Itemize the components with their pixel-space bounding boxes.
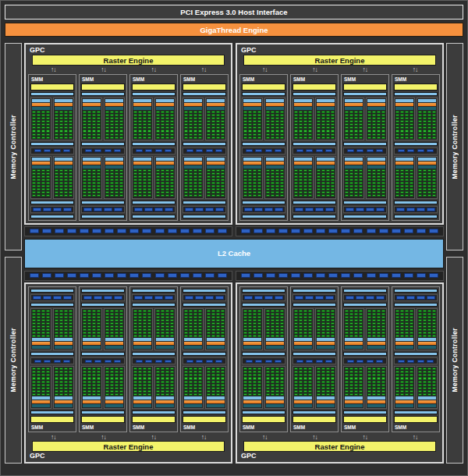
cuda-core bbox=[133, 387, 137, 389]
cuda-core bbox=[423, 368, 427, 370]
cuda-core bbox=[143, 137, 147, 139]
cuda-core bbox=[83, 384, 87, 386]
cuda-core bbox=[110, 126, 114, 129]
dispatch-unit-bar bbox=[317, 107, 335, 110]
cuda-core bbox=[87, 387, 91, 389]
cuda-core bbox=[189, 188, 193, 190]
cuda-core bbox=[147, 120, 151, 123]
cuda-core bbox=[243, 176, 247, 178]
cuda-core bbox=[418, 384, 422, 386]
cuda-core bbox=[165, 310, 169, 312]
cuda-core bbox=[147, 182, 151, 184]
processing-block bbox=[343, 156, 364, 199]
cuda-core bbox=[266, 387, 270, 389]
up-down-arrows-icon: ↑↓ bbox=[289, 433, 339, 441]
smm-label: SMM bbox=[132, 424, 176, 430]
cuda-core bbox=[87, 133, 91, 136]
cuda-core bbox=[405, 123, 409, 126]
cuda-core bbox=[331, 335, 335, 337]
cuda-core bbox=[115, 387, 119, 389]
cuda-core bbox=[331, 368, 335, 370]
cuda-core bbox=[266, 393, 270, 396]
cuda-core bbox=[367, 179, 371, 181]
instruction-buffer-bar bbox=[55, 158, 73, 161]
cuda-core bbox=[46, 368, 50, 370]
cuda-core bbox=[359, 322, 363, 325]
cuda-core bbox=[432, 384, 436, 386]
cuda-core bbox=[115, 319, 119, 321]
cuda-core bbox=[221, 322, 225, 325]
smm-unit: SMM bbox=[341, 74, 389, 221]
core-grid bbox=[294, 169, 312, 197]
load-store-unit bbox=[34, 149, 41, 152]
cuda-core bbox=[299, 185, 303, 187]
cuda-core bbox=[372, 172, 376, 175]
cuda-core bbox=[423, 176, 427, 178]
cuda-core bbox=[248, 169, 252, 172]
cuda-core bbox=[198, 310, 202, 312]
processing-block bbox=[366, 156, 387, 199]
processing-block bbox=[292, 366, 314, 409]
cuda-core bbox=[143, 377, 147, 379]
cuda-core bbox=[257, 325, 261, 328]
cuda-core bbox=[32, 329, 36, 331]
cuda-core bbox=[331, 188, 335, 190]
load-store-unit-row bbox=[292, 357, 336, 364]
cuda-core bbox=[275, 390, 279, 393]
cuda-core bbox=[377, 387, 381, 389]
cuda-core bbox=[381, 387, 385, 389]
cuda-core bbox=[271, 377, 275, 379]
cuda-core bbox=[143, 319, 147, 321]
cuda-core bbox=[165, 179, 169, 181]
cuda-core bbox=[69, 381, 73, 383]
cuda-core bbox=[294, 194, 298, 197]
cuda-core bbox=[211, 332, 215, 334]
cuda-core bbox=[432, 172, 436, 175]
cuda-core bbox=[303, 188, 307, 190]
cuda-core bbox=[69, 133, 73, 136]
cuda-core bbox=[92, 133, 96, 136]
cuda-core bbox=[418, 377, 422, 379]
cuda-core bbox=[216, 310, 220, 312]
cuda-core bbox=[321, 310, 325, 312]
cuda-core bbox=[405, 322, 409, 325]
polymorph-engine-bar bbox=[183, 83, 226, 91]
cuda-core bbox=[253, 126, 257, 129]
cuda-core bbox=[105, 325, 109, 328]
cuda-core bbox=[59, 387, 63, 389]
cuda-core bbox=[161, 114, 165, 116]
cuda-core bbox=[83, 329, 87, 331]
cuda-core bbox=[354, 123, 358, 126]
cuda-core bbox=[165, 172, 169, 175]
cuda-core bbox=[377, 179, 381, 181]
cuda-core bbox=[377, 137, 381, 139]
cuda-core bbox=[400, 169, 404, 172]
processing-block-pair bbox=[81, 366, 125, 409]
cuda-core bbox=[119, 335, 123, 337]
cuda-core bbox=[423, 316, 427, 318]
cuda-core bbox=[294, 393, 298, 396]
cuda-core bbox=[156, 310, 160, 312]
texture-unit bbox=[315, 208, 324, 211]
cuda-core bbox=[55, 111, 58, 113]
cuda-core bbox=[37, 194, 41, 197]
cuda-core bbox=[418, 169, 422, 172]
cache-bar bbox=[292, 303, 336, 307]
cuda-core bbox=[32, 114, 36, 116]
dispatch-unit-bar bbox=[133, 165, 151, 169]
cuda-core bbox=[110, 179, 114, 181]
warp-scheduler-bar bbox=[83, 103, 101, 106]
cuda-core bbox=[147, 123, 151, 126]
cuda-core bbox=[115, 111, 119, 113]
cuda-core bbox=[321, 335, 325, 337]
cuda-core bbox=[359, 390, 363, 393]
cuda-core bbox=[69, 371, 73, 373]
instruction-buffer-bar bbox=[317, 99, 335, 102]
smm-label: SMM bbox=[343, 424, 387, 430]
crossbar-segment bbox=[316, 273, 325, 278]
cuda-core bbox=[69, 384, 73, 386]
cuda-core bbox=[400, 313, 404, 315]
polymorph-engine-bar bbox=[132, 416, 176, 423]
cuda-core bbox=[46, 191, 50, 194]
cuda-core bbox=[147, 313, 151, 315]
